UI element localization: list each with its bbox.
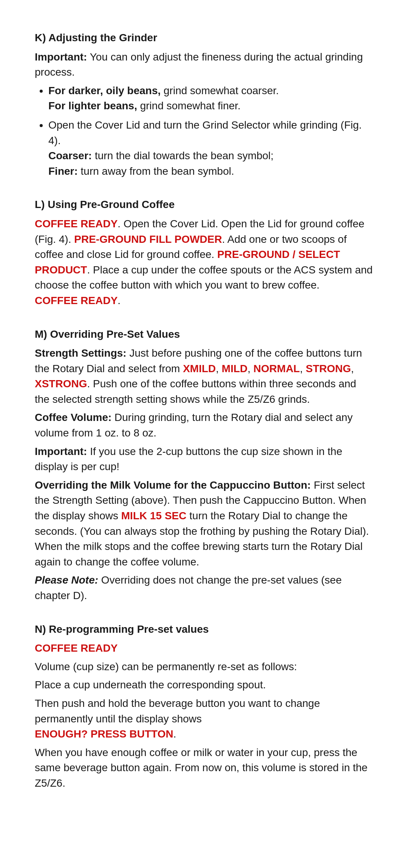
section-m-mild: MILD bbox=[222, 363, 247, 374]
section-m-comma2: , bbox=[247, 363, 253, 374]
section-k-coarser-label: Coarser: bbox=[48, 150, 92, 161]
section-m-important-label: Important: bbox=[35, 446, 87, 457]
section-k-open-cover: Open the Cover Lid and turn the Grind Se… bbox=[48, 119, 362, 146]
section-m-volume: Coffee Volume: During grinding, turn the… bbox=[35, 410, 373, 441]
section-m-override-label: Overriding the Milk Volume for the Cappu… bbox=[35, 479, 311, 491]
section-n-period: . bbox=[173, 728, 176, 740]
section-k-title: K) Adjusting the Grinder bbox=[35, 30, 373, 46]
section-l-coffee-ready-1: COFFEE READY bbox=[35, 218, 117, 230]
section-l-pre-ground-fill: PRE-GROUND FILL POWDER bbox=[74, 233, 222, 245]
section-k-lighter-text: grind somewhat finer. bbox=[137, 100, 241, 112]
section-m-volume-label: Coffee Volume: bbox=[35, 411, 111, 423]
section-m-strong: STRONG bbox=[306, 363, 351, 374]
section-n-text2: Place a cup underneath the corresponding… bbox=[35, 677, 373, 693]
section-n: N) Re-programming Pre-set values COFFEE … bbox=[35, 622, 373, 791]
section-k-bullet-1: For darker, oily beans, grind somewhat c… bbox=[48, 83, 373, 114]
section-m-comma4: , bbox=[351, 363, 354, 374]
section-m-comma1: , bbox=[216, 363, 222, 374]
section-l-coffee-ready-2: COFFEE READY bbox=[35, 295, 117, 306]
section-m-comma3: , bbox=[300, 363, 306, 374]
section-n-enough-press: ENOUGH? PRESS BUTTON bbox=[35, 728, 173, 740]
section-m-override: Overriding the Milk Volume for the Cappu… bbox=[35, 478, 373, 570]
section-m-important: Important: If you use the 2-cup buttons … bbox=[35, 444, 373, 475]
section-n-coffee-ready-label: COFFEE READY bbox=[35, 642, 117, 654]
section-m-normal: NORMAL bbox=[253, 363, 300, 374]
section-l-body: COFFEE READY. Open the Cover Lid. Open t… bbox=[35, 216, 373, 309]
section-k-finer-text: turn away from the bean symbol. bbox=[78, 165, 234, 177]
section-k-darker-beans: For darker, oily beans, bbox=[48, 85, 161, 96]
section-m-strength: Strength Settings: Just before pushing o… bbox=[35, 346, 373, 407]
section-m-please-note: Please Note: Overriding does not change … bbox=[35, 573, 373, 603]
section-n-title: N) Re-programming Pre-set values bbox=[35, 622, 373, 637]
section-n-text1: Volume (cup size) can be permanently re-… bbox=[35, 659, 373, 675]
section-m-please-note-label: Please Note: bbox=[35, 574, 98, 586]
section-n-text5: When you have enough coffee or milk or w… bbox=[35, 745, 373, 791]
section-m-title: M) Overriding Pre-Set Values bbox=[35, 327, 373, 342]
section-k-lighter-beans: For lighter beans, bbox=[48, 100, 137, 112]
section-k-finer-label: Finer: bbox=[48, 165, 78, 177]
section-n-text3: Then push and hold the beverage button y… bbox=[35, 697, 320, 725]
section-k-list: For darker, oily beans, grind somewhat c… bbox=[48, 83, 373, 179]
section-k-coarser-text: turn the dial towards the bean symbol; bbox=[92, 150, 274, 161]
section-m-strength-label: Strength Settings: bbox=[35, 347, 127, 359]
section-k: K) Adjusting the Grinder Important: You … bbox=[35, 30, 373, 179]
section-k-intro: Important: You can only adjust the finen… bbox=[35, 50, 373, 80]
section-k-bullet-2: Open the Cover Lid and turn the Grind Se… bbox=[48, 118, 373, 179]
section-m: M) Overriding Pre-Set Values Strength Se… bbox=[35, 327, 373, 604]
section-m-milk-15-sec: MILK 15 SEC bbox=[121, 510, 187, 522]
section-n-text3-block: Then push and hold the beverage button y… bbox=[35, 696, 373, 742]
section-m-xmild: XMILD bbox=[183, 363, 216, 374]
section-l-text4: . bbox=[117, 295, 121, 306]
section-l: L) Using Pre-Ground Coffee COFFEE READY.… bbox=[35, 197, 373, 308]
section-n-coffee-ready: COFFEE READY bbox=[35, 641, 373, 656]
section-k-darker-text: grind somewhat coarser. bbox=[161, 85, 279, 96]
section-m-xstrong: XSTRONG bbox=[35, 378, 87, 390]
section-k-important-label: Important: bbox=[35, 51, 87, 63]
section-l-title: L) Using Pre-Ground Coffee bbox=[35, 197, 373, 213]
